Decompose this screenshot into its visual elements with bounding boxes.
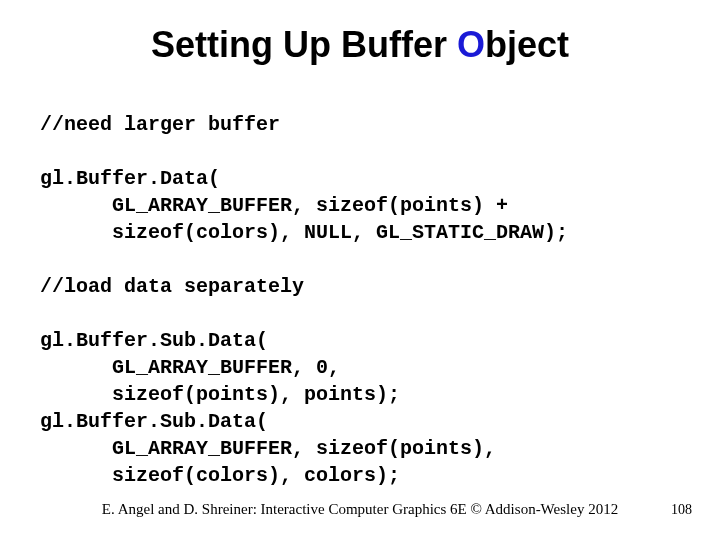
title-prefix: Setting Up Buffer [151, 24, 457, 65]
page-number: 108 [671, 502, 692, 518]
code-line: sizeof(colors), colors); [40, 464, 400, 487]
code-comment: //load data separately [40, 275, 304, 298]
code-line: GL_ARRAY_BUFFER, sizeof(points), [40, 437, 496, 460]
code-line: GL_ARRAY_BUFFER, 0, [40, 356, 340, 379]
code-block: //need larger buffer gl.Buffer.Data( GL_… [40, 84, 680, 489]
code-line: GL_ARRAY_BUFFER, sizeof(points) + [40, 194, 508, 217]
code-line: gl.Buffer.Data( [40, 167, 220, 190]
slide-footer: E. Angel and D. Shreiner: Interactive Co… [0, 501, 720, 518]
footer-credit: E. Angel and D. Shreiner: Interactive Co… [0, 501, 720, 518]
title-accent-rest: bject [485, 24, 569, 65]
title-accent-letter: O [457, 24, 485, 65]
code-line: gl.Buffer.Sub.Data( [40, 410, 268, 433]
code-line: sizeof(colors), NULL, GL_STATIC_DRAW); [40, 221, 568, 244]
slide-title: Setting Up Buffer Object [40, 24, 680, 66]
slide: Setting Up Buffer Object //need larger b… [0, 0, 720, 540]
code-comment: //need larger buffer [40, 113, 280, 136]
code-line: sizeof(points), points); [40, 383, 400, 406]
code-line: gl.Buffer.Sub.Data( [40, 329, 268, 352]
